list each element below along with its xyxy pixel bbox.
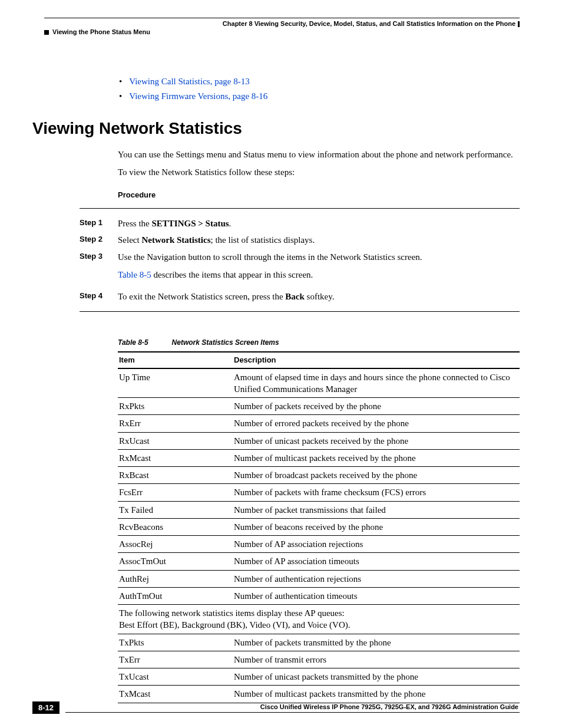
description-cell: Amount of elapsed time in days and hours… bbox=[233, 368, 520, 398]
table-row: RxErrNumber of errored packets received … bbox=[118, 415, 520, 432]
related-links-list: Viewing Call Statistics, page 8-13 Viewi… bbox=[118, 77, 520, 101]
table-span-row: The following network statistics items d… bbox=[118, 605, 520, 634]
procedure-steps: Step 1 Press the SETTINGS > Status. Step… bbox=[80, 208, 520, 312]
table-row: TxPktsNumber of packets transmitted by t… bbox=[118, 634, 520, 651]
item-cell: Tx Failed bbox=[118, 501, 233, 518]
item-cell: TxUcast bbox=[118, 668, 233, 686]
step-label: Step 2 bbox=[80, 233, 118, 247]
step-row: Step 4 To exit the Network Statistics sc… bbox=[80, 290, 520, 304]
table-row: RxMcastNumber of multicast packets recei… bbox=[118, 449, 520, 466]
item-cell: RxMcast bbox=[118, 449, 233, 466]
item-cell: Up Time bbox=[118, 368, 233, 398]
page-number: 8-12 bbox=[32, 701, 59, 714]
item-cell: AssocRej bbox=[118, 536, 233, 553]
step-row: Step 2 Select Network Statistics; the li… bbox=[80, 233, 520, 247]
description-cell: Number of authentication timeouts bbox=[233, 587, 520, 604]
link-call-statistics[interactable]: Viewing Call Statistics, page 8-13 bbox=[129, 77, 250, 87]
description-cell: Number of AP association timeouts bbox=[233, 553, 520, 570]
table-note: The following network statistics items d… bbox=[118, 605, 520, 634]
table-row: RxBcastNumber of broadcast packets recei… bbox=[118, 467, 520, 484]
description-cell: Number of multicast packets received by … bbox=[233, 449, 520, 466]
step-body: Press the SETTINGS > Status. bbox=[118, 217, 520, 230]
step-label: Step 3 bbox=[80, 251, 118, 286]
description-cell: Number of packets received by the phone bbox=[233, 398, 520, 415]
table-row: FcsErrNumber of packets with frame check… bbox=[118, 484, 520, 501]
description-cell: Number of errored packets received by th… bbox=[233, 415, 520, 432]
network-statistics-table: Item Description Up TimeAmount of elapse… bbox=[118, 351, 520, 703]
item-cell: RxUcast bbox=[118, 432, 233, 449]
list-item: Viewing Firmware Versions, page 8-16 bbox=[118, 91, 520, 101]
step-body: To exit the Network Statistics screen, p… bbox=[118, 290, 520, 304]
table-row: AuthTmOutNumber of authentication timeou… bbox=[118, 587, 520, 604]
item-cell: RcvBeacons bbox=[118, 518, 233, 535]
item-cell: TxMcast bbox=[118, 686, 233, 703]
table-row: AssocRejNumber of AP association rejecti… bbox=[118, 536, 520, 553]
page-header: Chapter 8 Viewing Security, Device, Mode… bbox=[44, 18, 520, 35]
table-row: RcvBeaconsNumber of beacons received by … bbox=[118, 518, 520, 535]
description-cell: Number of packets with frame checksum (F… bbox=[233, 484, 520, 501]
intro-paragraph: You can use the Settings menu and Status… bbox=[118, 149, 520, 160]
step-body: Use the Navigation button to scroll thro… bbox=[118, 251, 520, 286]
item-cell: TxErr bbox=[118, 651, 233, 668]
table-row: RxPktsNumber of packets received by the … bbox=[118, 398, 520, 415]
table-row: Tx FailedNumber of packet transmissions … bbox=[118, 501, 520, 518]
item-cell: RxBcast bbox=[118, 467, 233, 484]
list-item: Viewing Call Statistics, page 8-13 bbox=[118, 77, 520, 87]
description-cell: Number of broadcast packets received by … bbox=[233, 467, 520, 484]
item-cell: AuthRej bbox=[118, 570, 233, 587]
step-label: Step 4 bbox=[80, 290, 118, 304]
description-cell: Number of unicast packets transmitted by… bbox=[233, 668, 520, 686]
description-cell: Number of AP association rejections bbox=[233, 536, 520, 553]
table-row: RxUcastNumber of unicast packets receive… bbox=[118, 432, 520, 449]
step-row: Step 3 Use the Navigation button to scro… bbox=[80, 251, 520, 286]
table-row: TxUcastNumber of unicast packets transmi… bbox=[118, 668, 520, 686]
table-row: AssocTmOutNumber of AP association timeo… bbox=[118, 553, 520, 570]
step-label: Step 1 bbox=[80, 217, 118, 230]
column-header: Item bbox=[118, 352, 233, 368]
footer-doc-title: Cisco Unified Wireless IP Phone 7925G, 7… bbox=[65, 703, 518, 710]
intro-paragraph: To view the Network Statistics follow th… bbox=[118, 166, 520, 178]
table-caption: Table 8-5Network Statistics Screen Items bbox=[118, 338, 520, 347]
section-heading: Viewing Network Statistics bbox=[32, 119, 520, 138]
description-cell: Number of transmit errors bbox=[233, 651, 520, 668]
item-cell: AuthTmOut bbox=[118, 587, 233, 604]
link-table-ref[interactable]: Table 8-5 bbox=[118, 270, 151, 279]
item-cell: RxPkts bbox=[118, 398, 233, 415]
item-cell: FcsErr bbox=[118, 484, 233, 501]
item-cell: RxErr bbox=[118, 415, 233, 432]
column-header: Description bbox=[233, 352, 520, 368]
table-header-row: Item Description bbox=[118, 352, 520, 368]
header-marker-icon bbox=[44, 30, 49, 35]
header-section: Viewing the Phone Status Menu bbox=[44, 28, 520, 35]
page-footer: 8-12 Cisco Unified Wireless IP Phone 792… bbox=[32, 701, 520, 714]
procedure-heading: Procedure bbox=[118, 190, 520, 199]
description-cell: Number of packets transmitted by the pho… bbox=[233, 634, 520, 651]
table-row: Up TimeAmount of elapsed time in days an… bbox=[118, 368, 520, 398]
header-chapter: Chapter 8 Viewing Security, Device, Mode… bbox=[44, 20, 520, 27]
description-cell: Number of authentication rejections bbox=[233, 570, 520, 587]
table-row: TxMcastNumber of multicast packets trans… bbox=[118, 686, 520, 703]
table-row: TxErrNumber of transmit errors bbox=[118, 651, 520, 668]
description-cell: Number of multicast packets transmitted … bbox=[233, 686, 520, 703]
description-cell: Number of beacons received by the phone bbox=[233, 518, 520, 535]
table-row: AuthRejNumber of authentication rejectio… bbox=[118, 570, 520, 587]
step-body: Select Network Statistics; the list of s… bbox=[118, 233, 520, 247]
item-cell: AssocTmOut bbox=[118, 553, 233, 570]
description-cell: Number of packet transmissions that fail… bbox=[233, 501, 520, 518]
item-cell: TxPkts bbox=[118, 634, 233, 651]
link-firmware-versions[interactable]: Viewing Firmware Versions, page 8-16 bbox=[129, 91, 267, 101]
description-cell: Number of unicast packets received by th… bbox=[233, 432, 520, 449]
step-row: Step 1 Press the SETTINGS > Status. bbox=[80, 217, 520, 230]
